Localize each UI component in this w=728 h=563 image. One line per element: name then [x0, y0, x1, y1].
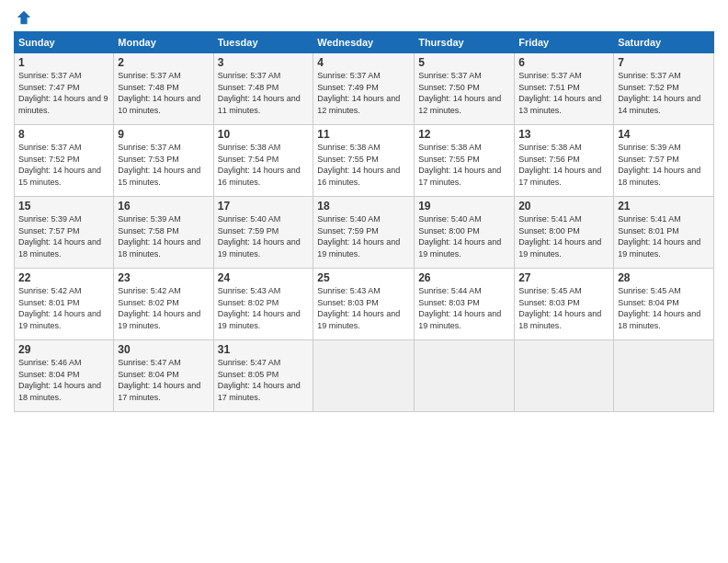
calendar-cell: 23 Sunrise: 5:42 AMSunset: 8:02 PMDaylig… — [114, 269, 213, 340]
calendar-cell: 2 Sunrise: 5:37 AMSunset: 7:48 PMDayligh… — [114, 53, 213, 125]
calendar-cell: 29 Sunrise: 5:46 AMSunset: 8:04 PMDaylig… — [15, 340, 114, 412]
day-number: 7 — [618, 56, 710, 69]
calendar-cell: 31 Sunrise: 5:47 AMSunset: 8:05 PMDaylig… — [213, 340, 313, 412]
day-number: 22 — [18, 271, 109, 284]
calendar-cell: 26 Sunrise: 5:44 AMSunset: 8:03 PMDaylig… — [415, 269, 515, 340]
day-number: 18 — [317, 200, 410, 213]
calendar-cell: 11 Sunrise: 5:38 AMSunset: 7:55 PMDaylig… — [313, 125, 415, 197]
day-detail: Sunrise: 5:37 AMSunset: 7:50 PMDaylight:… — [418, 71, 501, 115]
day-number: 30 — [118, 343, 209, 356]
svg-marker-0 — [17, 11, 30, 24]
calendar-cell: 24 Sunrise: 5:43 AMSunset: 8:02 PMDaylig… — [213, 269, 313, 340]
day-number: 4 — [317, 56, 410, 69]
calendar-week-row: 1 Sunrise: 5:37 AMSunset: 7:47 PMDayligh… — [15, 53, 714, 125]
day-number: 16 — [118, 200, 209, 213]
calendar-cell: 30 Sunrise: 5:47 AMSunset: 8:04 PMDaylig… — [114, 340, 213, 412]
calendar-cell — [313, 340, 415, 412]
logo-icon — [16, 9, 32, 26]
calendar-cell — [614, 340, 714, 412]
day-number: 20 — [518, 200, 609, 213]
calendar-cell: 8 Sunrise: 5:37 AMSunset: 7:52 PMDayligh… — [15, 125, 114, 197]
day-number: 14 — [618, 128, 710, 141]
day-number: 21 — [618, 200, 710, 213]
calendar-cell: 9 Sunrise: 5:37 AMSunset: 7:53 PMDayligh… — [114, 125, 213, 197]
calendar-cell: 17 Sunrise: 5:40 AMSunset: 7:59 PMDaylig… — [213, 197, 313, 269]
calendar-cell — [515, 340, 614, 412]
day-detail: Sunrise: 5:41 AMSunset: 8:01 PMDaylight:… — [618, 214, 700, 259]
calendar-cell: 12 Sunrise: 5:38 AMSunset: 7:55 PMDaylig… — [415, 125, 515, 197]
logo — [14, 9, 32, 26]
day-detail: Sunrise: 5:46 AMSunset: 8:04 PMDaylight:… — [18, 358, 101, 402]
day-detail: Sunrise: 5:37 AMSunset: 7:47 PMDaylight:… — [18, 71, 108, 115]
day-detail: Sunrise: 5:44 AMSunset: 8:03 PMDaylight:… — [418, 286, 501, 330]
day-detail: Sunrise: 5:38 AMSunset: 7:55 PMDaylight:… — [418, 143, 501, 187]
calendar-cell: 25 Sunrise: 5:43 AMSunset: 8:03 PMDaylig… — [313, 269, 415, 340]
day-detail: Sunrise: 5:42 AMSunset: 8:02 PMDaylight:… — [118, 286, 200, 330]
calendar-cell: 3 Sunrise: 5:37 AMSunset: 7:48 PMDayligh… — [213, 53, 313, 125]
calendar-cell: 28 Sunrise: 5:45 AMSunset: 8:04 PMDaylig… — [614, 269, 714, 340]
day-number: 6 — [518, 56, 609, 69]
calendar-cell: 13 Sunrise: 5:38 AMSunset: 7:56 PMDaylig… — [515, 125, 614, 197]
calendar-cell: 21 Sunrise: 5:41 AMSunset: 8:01 PMDaylig… — [614, 197, 714, 269]
day-detail: Sunrise: 5:37 AMSunset: 7:48 PMDaylight:… — [218, 71, 301, 115]
calendar-cell: 16 Sunrise: 5:39 AMSunset: 7:58 PMDaylig… — [114, 197, 213, 269]
day-detail: Sunrise: 5:41 AMSunset: 8:00 PMDaylight:… — [518, 214, 601, 259]
day-detail: Sunrise: 5:43 AMSunset: 8:02 PMDaylight:… — [218, 286, 301, 330]
day-detail: Sunrise: 5:38 AMSunset: 7:55 PMDaylight:… — [317, 143, 400, 187]
calendar-cell: 20 Sunrise: 5:41 AMSunset: 8:00 PMDaylig… — [515, 197, 614, 269]
weekday-header: Friday — [515, 32, 614, 53]
day-detail: Sunrise: 5:37 AMSunset: 7:51 PMDaylight:… — [518, 71, 601, 115]
day-number: 12 — [418, 128, 510, 141]
day-number: 29 — [18, 343, 109, 356]
page: SundayMondayTuesdayWednesdayThursdayFrid… — [0, 0, 728, 563]
day-number: 13 — [518, 128, 609, 141]
day-number: 31 — [218, 343, 310, 356]
day-number: 23 — [118, 271, 209, 284]
day-number: 15 — [18, 200, 109, 213]
header — [14, 9, 714, 26]
calendar-cell: 15 Sunrise: 5:39 AMSunset: 7:57 PMDaylig… — [15, 197, 114, 269]
calendar-cell: 27 Sunrise: 5:45 AMSunset: 8:03 PMDaylig… — [515, 269, 614, 340]
weekday-header: Thursday — [415, 32, 515, 53]
day-number: 2 — [118, 56, 209, 69]
weekday-header: Sunday — [15, 32, 114, 53]
day-detail: Sunrise: 5:47 AMSunset: 8:04 PMDaylight:… — [118, 358, 200, 402]
day-number: 25 — [317, 271, 410, 284]
day-number: 1 — [18, 56, 109, 69]
day-number: 26 — [418, 271, 510, 284]
calendar-week-row: 29 Sunrise: 5:46 AMSunset: 8:04 PMDaylig… — [15, 340, 714, 412]
day-detail: Sunrise: 5:39 AMSunset: 7:57 PMDaylight:… — [618, 143, 700, 187]
day-number: 28 — [618, 271, 710, 284]
day-detail: Sunrise: 5:40 AMSunset: 7:59 PMDaylight:… — [317, 214, 400, 259]
calendar-cell: 19 Sunrise: 5:40 AMSunset: 8:00 PMDaylig… — [415, 197, 515, 269]
day-detail: Sunrise: 5:40 AMSunset: 8:00 PMDaylight:… — [418, 214, 501, 259]
weekday-header: Tuesday — [213, 32, 313, 53]
calendar-cell: 4 Sunrise: 5:37 AMSunset: 7:49 PMDayligh… — [313, 53, 415, 125]
calendar-cell: 5 Sunrise: 5:37 AMSunset: 7:50 PMDayligh… — [415, 53, 515, 125]
calendar-cell: 1 Sunrise: 5:37 AMSunset: 7:47 PMDayligh… — [15, 53, 114, 125]
calendar-cell: 14 Sunrise: 5:39 AMSunset: 7:57 PMDaylig… — [614, 125, 714, 197]
weekday-header: Monday — [114, 32, 213, 53]
day-number: 5 — [418, 56, 510, 69]
day-detail: Sunrise: 5:37 AMSunset: 7:52 PMDaylight:… — [18, 143, 101, 187]
day-detail: Sunrise: 5:37 AMSunset: 7:48 PMDaylight:… — [118, 71, 200, 115]
calendar-table: SundayMondayTuesdayWednesdayThursdayFrid… — [14, 31, 714, 412]
day-detail: Sunrise: 5:45 AMSunset: 8:03 PMDaylight:… — [518, 286, 601, 330]
day-detail: Sunrise: 5:39 AMSunset: 7:57 PMDaylight:… — [18, 214, 101, 259]
day-detail: Sunrise: 5:40 AMSunset: 7:59 PMDaylight:… — [218, 214, 301, 259]
day-number: 24 — [218, 271, 310, 284]
day-number: 9 — [118, 128, 209, 141]
day-detail: Sunrise: 5:47 AMSunset: 8:05 PMDaylight:… — [218, 358, 301, 402]
day-detail: Sunrise: 5:38 AMSunset: 7:54 PMDaylight:… — [218, 143, 301, 187]
calendar-cell: 18 Sunrise: 5:40 AMSunset: 7:59 PMDaylig… — [313, 197, 415, 269]
calendar-week-row: 15 Sunrise: 5:39 AMSunset: 7:57 PMDaylig… — [15, 197, 714, 269]
day-detail: Sunrise: 5:38 AMSunset: 7:56 PMDaylight:… — [518, 143, 601, 187]
calendar-cell: 22 Sunrise: 5:42 AMSunset: 8:01 PMDaylig… — [15, 269, 114, 340]
day-detail: Sunrise: 5:39 AMSunset: 7:58 PMDaylight:… — [118, 214, 200, 259]
calendar-week-row: 8 Sunrise: 5:37 AMSunset: 7:52 PMDayligh… — [15, 125, 714, 197]
day-detail: Sunrise: 5:37 AMSunset: 7:52 PMDaylight:… — [618, 71, 700, 115]
weekday-header: Saturday — [614, 32, 714, 53]
day-number: 3 — [218, 56, 310, 69]
day-number: 11 — [317, 128, 410, 141]
day-detail: Sunrise: 5:43 AMSunset: 8:03 PMDaylight:… — [317, 286, 400, 330]
